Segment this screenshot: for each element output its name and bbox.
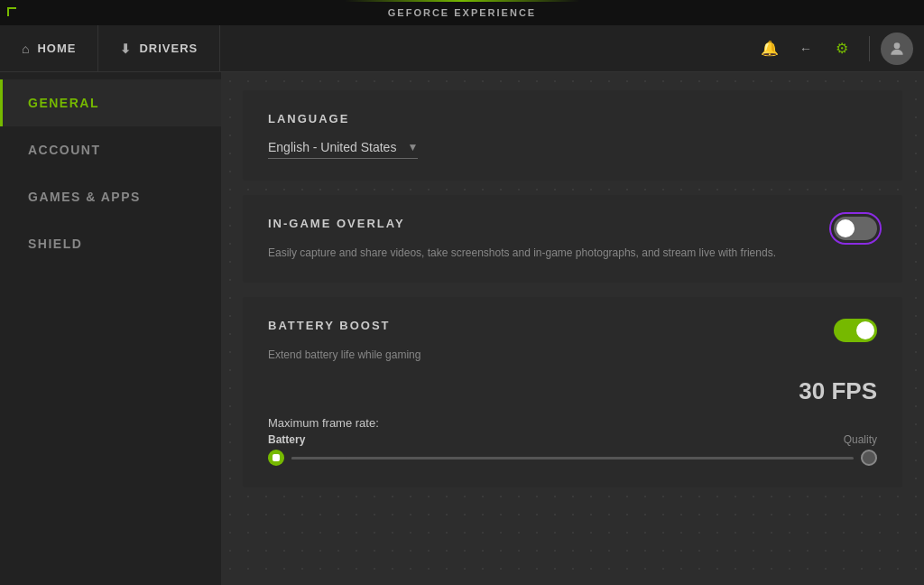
- home-nav-item[interactable]: ⌂ HOME: [0, 25, 98, 71]
- quality-label: Quality: [844, 433, 877, 446]
- home-label: HOME: [37, 42, 76, 55]
- battery-section: BATTERY BOOST Extend battery life while …: [243, 297, 902, 488]
- frame-rate-slider-row: [268, 450, 877, 466]
- drivers-icon: ⬇: [120, 42, 132, 56]
- title-bar-accent: [345, 0, 579, 2]
- svg-rect-1: [273, 454, 280, 461]
- title-bar: GEFORCE EXPERIENCE: [0, 0, 924, 25]
- share-icon: ←: [799, 42, 812, 56]
- svg-point-0: [894, 42, 901, 49]
- overlay-section: IN-GAME OVERLAY Easily capture and share…: [243, 195, 902, 283]
- sidebar-item-shield[interactable]: SHIELD: [0, 220, 221, 267]
- overlay-description: Easily capture and share videos, take sc…: [268, 245, 809, 261]
- language-section: LANGUAGE English - United States ▼: [243, 90, 902, 181]
- sidebar-item-account[interactable]: ACCOUNT: [0, 126, 221, 173]
- battery-toggle-thumb: [856, 321, 874, 339]
- frame-rate-slider[interactable]: [291, 457, 854, 460]
- battery-toggle-track: [834, 319, 877, 342]
- sidebar-item-games-apps[interactable]: GAMES & APPS: [0, 173, 221, 220]
- fps-display: 30 FPS: [268, 377, 877, 405]
- app-logo: GEFORCE EXPERIENCE: [388, 7, 536, 18]
- slider-fill: [291, 457, 347, 460]
- battery-info: BATTERY BOOST Extend battery life while …: [268, 319, 819, 363]
- overlay-section-title: IN-GAME OVERLAY: [268, 217, 819, 230]
- language-section-title: LANGUAGE: [268, 112, 877, 125]
- frame-rate-sides: Battery Quality: [268, 433, 877, 446]
- battery-right: [834, 319, 877, 342]
- overlay-toggle-row: IN-GAME OVERLAY Easily capture and share…: [268, 217, 877, 261]
- overlay-toggle-track: [834, 217, 877, 240]
- settings-button[interactable]: ⚙: [826, 32, 858, 65]
- battery-toggle[interactable]: [834, 319, 877, 342]
- user-avatar[interactable]: [881, 32, 913, 65]
- content-inner: LANGUAGE English - United States ▼ IN-GA…: [221, 72, 924, 585]
- sidebar-item-general[interactable]: GENERAL: [0, 79, 221, 126]
- overlay-toggle[interactable]: [834, 217, 877, 240]
- overlay-toggle-thumb: [836, 219, 855, 237]
- avatar-icon: [888, 40, 906, 58]
- slider-end-icon: [861, 450, 877, 466]
- battery-description: Extend battery life while gaming: [268, 347, 809, 363]
- frame-rate-area: Maximum frame rate: Battery Quality: [268, 416, 877, 466]
- sidebar: GENERAL ACCOUNT GAMES & APPS SHIELD: [0, 72, 221, 585]
- chevron-down-icon: ▼: [407, 141, 418, 153]
- max-frame-rate-label: Maximum frame rate:: [268, 416, 877, 430]
- home-icon: ⌂: [22, 42, 30, 56]
- gear-icon: ⚙: [836, 40, 848, 57]
- window-corner-icon: [7, 7, 16, 16]
- notifications-button[interactable]: 🔔: [753, 32, 786, 65]
- share-button[interactable]: ←: [790, 32, 822, 65]
- logo-text: GEFORCE EXPERIENCE: [388, 7, 536, 18]
- language-dropdown[interactable]: English - United States ▼: [268, 140, 418, 159]
- bell-icon: 🔔: [761, 40, 779, 57]
- content-area: LANGUAGE English - United States ▼ IN-GA…: [221, 72, 924, 585]
- drivers-label: DRIVERS: [139, 42, 198, 55]
- language-value: English - United States: [268, 140, 396, 154]
- battery-label: Battery: [268, 433, 305, 446]
- battery-toggle-row: BATTERY BOOST Extend battery life while …: [268, 319, 877, 363]
- nav-divider: [869, 36, 870, 61]
- fps-area: 30 FPS: [268, 377, 877, 405]
- main-layout: GENERAL ACCOUNT GAMES & APPS SHIELD LANG…: [0, 72, 924, 585]
- battery-section-title: BATTERY BOOST: [268, 319, 819, 332]
- overlay-info: IN-GAME OVERLAY Easily capture and share…: [268, 217, 819, 261]
- drivers-nav-item[interactable]: ⬇ DRIVERS: [98, 25, 220, 71]
- nav-actions: 🔔 ← ⚙: [753, 32, 924, 65]
- slider-start-icon: [268, 450, 284, 466]
- nav-bar: ⌂ HOME ⬇ DRIVERS 🔔 ← ⚙: [0, 25, 924, 72]
